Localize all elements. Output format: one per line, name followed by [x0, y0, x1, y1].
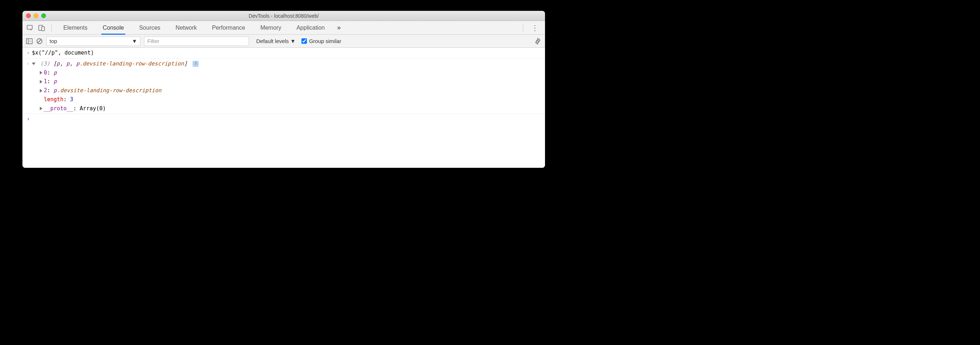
open-bracket: [: [53, 60, 56, 67]
gear-icon[interactable]: [534, 38, 541, 45]
svg-rect-0: [27, 25, 32, 29]
more-tabs-button[interactable]: »: [333, 24, 344, 32]
close-icon[interactable]: [26, 13, 31, 18]
disclosure-triangle-icon[interactable]: [40, 80, 42, 84]
array-count: (3): [40, 60, 50, 67]
context-value: top: [49, 38, 57, 44]
disclosure-triangle-icon[interactable]: [40, 89, 42, 92]
device-toggle-icon[interactable]: [37, 23, 46, 33]
window-title: DevTools - localhost:8080/web/: [22, 13, 545, 19]
minimize-icon[interactable]: [33, 13, 38, 18]
tree-proto[interactable]: __proto__: Array(0): [40, 104, 541, 113]
svg-rect-2: [41, 27, 45, 31]
maximize-icon[interactable]: [41, 13, 46, 18]
array-item-2-class[interactable]: .devsite-landing-row-description: [79, 60, 184, 67]
kebab-menu-icon[interactable]: ⋮: [528, 24, 542, 32]
input-prompt-icon: ›: [26, 49, 30, 56]
log-levels-select[interactable]: Default levels ▼: [256, 38, 296, 44]
levels-label: Default levels: [256, 38, 289, 44]
input-prompt-icon: ›: [26, 116, 30, 122]
svg-line-6: [38, 40, 41, 43]
console-new-prompt[interactable]: ›: [22, 114, 545, 124]
disclosure-triangle-icon[interactable]: [40, 107, 42, 110]
console-input-row: › $x("//p", document): [22, 48, 545, 59]
group-similar-toggle[interactable]: Group similar: [301, 38, 341, 44]
console-input-text[interactable]: $x("//p", document): [32, 48, 541, 57]
array-item-0[interactable]: p: [56, 60, 60, 67]
chevron-down-icon: ▼: [132, 38, 137, 44]
close-bracket: ]: [184, 60, 187, 67]
tab-sources[interactable]: Sources: [132, 21, 167, 34]
separator: [523, 24, 523, 32]
tab-performance[interactable]: Performance: [205, 21, 252, 34]
console-body: › $x("//p", document) › (3) [p, p, p.dev…: [22, 48, 545, 168]
devtools-window: DevTools - localhost:8080/web/ Elements …: [22, 11, 545, 168]
tree-item-2[interactable]: 2: p.devsite-landing-row-description: [40, 86, 541, 95]
chevron-down-icon: ▼: [290, 38, 296, 44]
group-similar-label: Group similar: [309, 38, 341, 44]
array-item-1[interactable]: p: [66, 60, 70, 67]
context-select[interactable]: top ▼: [46, 37, 140, 46]
tree-item-0[interactable]: 0: p: [40, 68, 541, 77]
output-prompt-icon: ›: [26, 59, 30, 68]
result-tree: 0: p 1: p 2: p.devsite-landing-row-descr…: [32, 68, 541, 113]
separator: [51, 24, 52, 32]
svg-rect-3: [26, 39, 32, 44]
clear-console-icon[interactable]: [36, 38, 43, 45]
tab-application[interactable]: Application: [290, 21, 331, 34]
window-titlebar: DevTools - localhost:8080/web/: [22, 11, 545, 21]
tab-console[interactable]: Console: [96, 21, 130, 34]
group-similar-checkbox[interactable]: [301, 38, 307, 44]
tab-memory[interactable]: Memory: [254, 21, 288, 34]
main-tabbar: Elements Console Sources Network Perform…: [22, 21, 545, 35]
console-input-empty[interactable]: [32, 114, 541, 124]
tab-elements[interactable]: Elements: [57, 21, 94, 34]
disclosure-triangle-icon[interactable]: [32, 62, 35, 65]
disclosure-triangle-icon[interactable]: [40, 71, 42, 75]
tab-network[interactable]: Network: [169, 21, 204, 34]
info-icon[interactable]: i: [192, 61, 199, 67]
inspect-icon[interactable]: [25, 23, 35, 33]
tree-item-1[interactable]: 1: p: [40, 77, 541, 86]
filter-input[interactable]: [144, 37, 249, 46]
console-result-row: › (3) [p, p, p.devsite-landing-row-descr…: [22, 59, 545, 114]
tree-length[interactable]: length: 3: [40, 95, 541, 104]
result-summary[interactable]: (3) [p, p, p.devsite-landing-row-descrip…: [32, 59, 541, 68]
console-toolbar: top ▼ Default levels ▼ Group similar: [22, 35, 545, 48]
sidebar-toggle-icon[interactable]: [26, 38, 33, 45]
traffic-lights: [26, 13, 46, 18]
